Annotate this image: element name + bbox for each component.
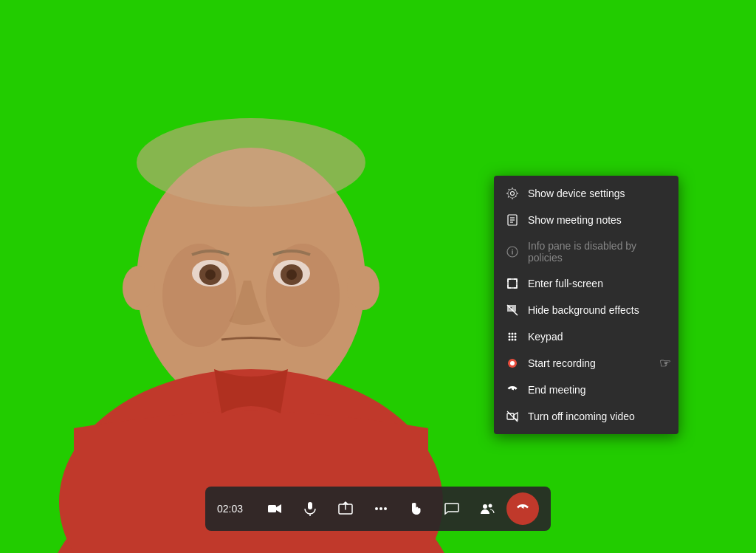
svg-point-5 <box>137 118 365 207</box>
call-timer: 02:03 <box>217 503 250 515</box>
more-options-button[interactable] <box>365 492 397 525</box>
more-icon <box>374 501 388 516</box>
svg-point-32 <box>509 339 511 341</box>
menu-label-enter-fullscreen: Enter full-screen <box>528 278 603 289</box>
phone-end-icon <box>506 383 519 396</box>
svg-point-46 <box>489 504 492 508</box>
svg-point-15 <box>162 244 236 347</box>
svg-point-30 <box>512 336 514 338</box>
svg-line-38 <box>507 411 518 422</box>
svg-point-36 <box>510 361 515 365</box>
svg-point-28 <box>515 333 517 335</box>
end-call-button[interactable] <box>506 492 539 525</box>
toolbar: 02:03 <box>205 487 551 531</box>
share-button[interactable] <box>329 492 362 525</box>
svg-rect-39 <box>268 505 276 512</box>
menu-label-start-recording: Start recording <box>528 357 596 369</box>
keypad-icon <box>506 330 519 343</box>
cursor-pointer-indicator: ☞ <box>659 355 671 371</box>
svg-point-43 <box>379 507 382 510</box>
svg-point-45 <box>483 504 487 509</box>
chat-icon <box>444 501 459 516</box>
svg-point-31 <box>515 336 517 338</box>
mic-icon <box>303 501 317 516</box>
svg-point-26 <box>509 333 511 335</box>
video-button[interactable] <box>258 492 291 525</box>
svg-rect-24 <box>508 279 517 288</box>
fullscreen-icon <box>506 277 519 290</box>
share-icon <box>338 501 353 516</box>
hand-icon <box>409 501 424 516</box>
svg-point-27 <box>512 333 514 335</box>
menu-item-keypad[interactable]: Keypad <box>494 323 678 350</box>
menu-item-hide-background-effects[interactable]: Hide background effects <box>494 297 678 323</box>
menu-item-end-meeting[interactable]: End meeting <box>494 377 678 403</box>
svg-point-12 <box>123 266 155 310</box>
microphone-button[interactable] <box>294 492 326 525</box>
participants-button[interactable] <box>471 492 504 525</box>
menu-item-start-recording[interactable]: Start recording ☞ <box>494 350 678 377</box>
menu-item-turn-off-incoming-video[interactable]: Turn off incoming video <box>494 403 678 430</box>
menu-label-info-pane-disabled: Info pane is disabled by policies <box>528 240 667 264</box>
svg-point-13 <box>347 266 379 310</box>
chat-button[interactable] <box>436 492 468 525</box>
background-icon <box>506 303 519 317</box>
menu-label-end-meeting: End meeting <box>528 384 586 396</box>
menu-label-show-meeting-notes: Show meeting notes <box>528 214 622 226</box>
svg-point-16 <box>266 244 340 347</box>
menu-label-turn-off-incoming-video: Turn off incoming video <box>528 411 635 422</box>
svg-point-42 <box>375 507 378 510</box>
menu-item-show-meeting-notes[interactable]: Show meeting notes <box>494 207 678 233</box>
menu-item-enter-fullscreen[interactable]: Enter full-screen <box>494 270 678 297</box>
menu-item-show-device-settings[interactable]: Show device settings <box>494 180 678 207</box>
notes-icon <box>506 213 519 227</box>
raise-hand-button[interactable] <box>400 492 433 525</box>
svg-point-33 <box>512 339 514 341</box>
svg-point-23 <box>512 249 513 250</box>
record-icon <box>506 357 519 370</box>
svg-rect-40 <box>308 502 312 509</box>
gear-icon <box>506 187 519 200</box>
menu-item-info-pane-disabled: Info pane is disabled by policies <box>494 233 678 270</box>
menu-label-hide-background-effects: Hide background effects <box>528 304 639 316</box>
menu-label-keypad: Keypad <box>528 331 563 343</box>
svg-point-34 <box>515 339 517 341</box>
participants-icon <box>480 501 495 516</box>
video-off-icon <box>506 410 519 423</box>
phone-end-call-icon <box>515 501 530 516</box>
svg-point-44 <box>384 507 387 510</box>
menu-label-show-device-settings: Show device settings <box>528 188 625 199</box>
info-circle-icon <box>506 245 519 258</box>
svg-point-29 <box>509 336 511 338</box>
video-icon <box>267 501 282 516</box>
context-menu: Show device settings Show meeting notes … <box>494 176 678 434</box>
